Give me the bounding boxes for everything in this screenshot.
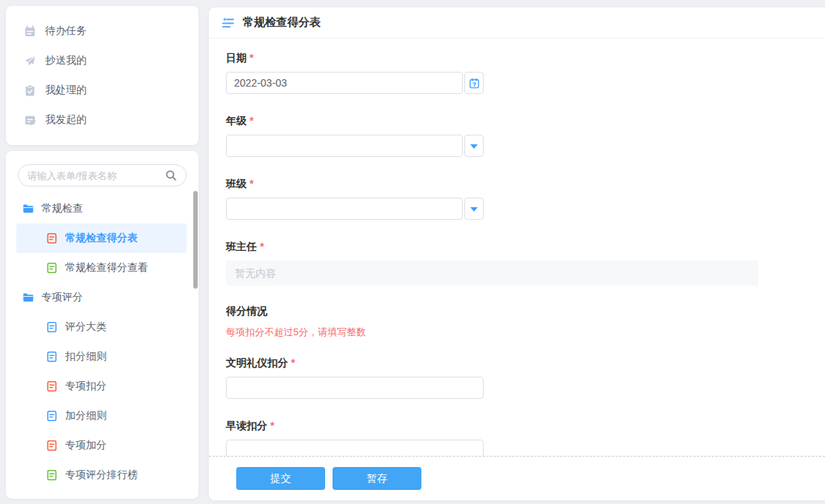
tree-item-rating-categories[interactable]: 评分大类 bbox=[16, 312, 187, 342]
save-draft-button[interactable]: 暂存 bbox=[333, 467, 421, 490]
nav-item-cc-to-me[interactable]: 抄送我的 bbox=[6, 46, 198, 75]
chevron-down-icon bbox=[470, 207, 478, 215]
grade-select-input[interactable] bbox=[226, 135, 463, 157]
folder-icon bbox=[22, 292, 34, 303]
nav-item-initiated-by-me[interactable]: 我发起的 bbox=[6, 105, 198, 135]
field-morning-reading-deduction: 早读扣分* bbox=[226, 418, 758, 456]
nav-item-todo-tasks[interactable]: 待办任务 bbox=[6, 16, 198, 46]
nav-item-handled-by-me[interactable]: 我处理的 bbox=[6, 75, 198, 105]
tree-label: 加分细则 bbox=[65, 409, 107, 423]
nav-item-label: 抄送我的 bbox=[45, 54, 87, 67]
tree-label: 评分大类 bbox=[65, 320, 107, 334]
document-icon bbox=[46, 380, 58, 392]
document-edit-icon bbox=[24, 114, 36, 127]
date-input[interactable] bbox=[226, 72, 463, 94]
document-icon bbox=[46, 321, 58, 333]
form-tree: 常规检查 常规检查得分表 常规检查得分查看 专项评分 评分大类 扣分细则 专项扣… bbox=[6, 194, 198, 490]
document-icon bbox=[46, 262, 58, 274]
document-icon bbox=[46, 232, 58, 244]
tree-item-regular-score-view[interactable]: 常规检查得分查看 bbox=[16, 253, 187, 283]
field-grade: 年级* bbox=[226, 113, 758, 157]
form-header: 常规检查得分表 bbox=[209, 7, 825, 38]
grade-label: 年级 bbox=[226, 115, 247, 127]
search-icon[interactable] bbox=[165, 169, 177, 181]
date-picker-button[interactable] bbox=[464, 72, 484, 94]
score-section-title: 得分情况 bbox=[226, 305, 758, 318]
document-icon bbox=[46, 351, 58, 363]
grade-dropdown-button[interactable] bbox=[464, 135, 484, 157]
tree-label: 专项评分 bbox=[41, 291, 83, 304]
morning-reading-deduction-input[interactable] bbox=[226, 440, 484, 456]
calendar-icon bbox=[469, 78, 480, 89]
form-tree-card: 常规检查 常规检查得分表 常规检查得分查看 专项评分 评分大类 扣分细则 专项扣… bbox=[6, 151, 198, 499]
clipboard-check-icon bbox=[24, 84, 36, 97]
sidebar-scrollbar[interactable] bbox=[193, 191, 198, 289]
tree-label: 专项加分 bbox=[65, 439, 107, 452]
tree-folder-special-rating[interactable]: 专项评分 bbox=[16, 283, 187, 312]
class-dropdown-button[interactable] bbox=[464, 198, 484, 220]
tree-item-rating-leaderboard[interactable]: 专项评分排行榜 bbox=[16, 460, 187, 490]
head-teacher-label: 班主任 bbox=[226, 241, 257, 252]
document-icon bbox=[46, 469, 58, 481]
chevron-down-icon bbox=[470, 144, 478, 152]
tree-item-regular-score-form[interactable]: 常规检查得分表 bbox=[16, 224, 187, 253]
form-search-box bbox=[18, 164, 187, 187]
workflow-nav-card: 待办任务 抄送我的 我处理的 我发起的 bbox=[6, 6, 198, 145]
score-section-hint: 每项扣分不超过5分，请填写整数 bbox=[226, 326, 758, 339]
required-marker: * bbox=[260, 241, 264, 252]
paper-plane-icon bbox=[24, 55, 36, 67]
todo-tasks-icon bbox=[24, 25, 36, 38]
required-marker: * bbox=[250, 178, 253, 189]
page-title: 常规检查得分表 bbox=[243, 16, 321, 30]
tree-label: 专项评分排行榜 bbox=[65, 468, 138, 482]
civility-deduction-input[interactable] bbox=[226, 377, 484, 399]
folder-icon bbox=[22, 203, 34, 215]
field-date: 日期* bbox=[226, 50, 758, 94]
required-marker: * bbox=[250, 115, 253, 127]
head-teacher-input bbox=[226, 261, 758, 286]
nav-item-label: 我处理的 bbox=[45, 84, 87, 97]
tree-label: 扣分细则 bbox=[65, 350, 107, 363]
required-marker: * bbox=[250, 52, 253, 64]
collapse-menu-icon[interactable] bbox=[221, 16, 236, 30]
nav-item-label: 待办任务 bbox=[45, 24, 87, 38]
class-label: 班级 bbox=[226, 178, 247, 189]
tree-item-deduction-rules[interactable]: 扣分细则 bbox=[16, 342, 187, 372]
document-icon bbox=[46, 410, 58, 422]
form-footer: 提交 暂存 bbox=[209, 456, 825, 500]
form-panel: 常规检查得分表 日期* 年级* 班级* bbox=[209, 7, 825, 500]
tree-folder-regular-inspection[interactable]: 常规检查 bbox=[16, 194, 187, 224]
form-body: 日期* 年级* 班级* bbox=[209, 38, 825, 456]
tree-label: 常规检查得分表 bbox=[65, 232, 138, 245]
class-select-input[interactable] bbox=[226, 198, 463, 220]
tree-item-bonus-rules[interactable]: 加分细则 bbox=[16, 401, 187, 431]
field-civility-deduction: 文明礼仪扣分* bbox=[226, 355, 758, 399]
field-class: 班级* bbox=[226, 176, 758, 220]
required-marker: * bbox=[270, 420, 274, 431]
civility-label: 文明礼仪扣分 bbox=[226, 357, 288, 369]
search-input[interactable] bbox=[27, 170, 165, 181]
tree-label: 常规检查得分查看 bbox=[65, 261, 148, 275]
nav-item-label: 我发起的 bbox=[45, 113, 87, 127]
tree-label: 常规检查 bbox=[41, 202, 83, 215]
submit-button[interactable]: 提交 bbox=[236, 467, 325, 490]
tree-label: 专项扣分 bbox=[65, 380, 107, 393]
tree-item-special-deduction[interactable]: 专项扣分 bbox=[16, 372, 187, 401]
morning-reading-label: 早读扣分 bbox=[226, 420, 267, 431]
field-head-teacher: 班主任* bbox=[226, 239, 758, 286]
required-marker: * bbox=[291, 357, 295, 369]
date-label: 日期 bbox=[226, 52, 247, 64]
tree-item-special-bonus[interactable]: 专项加分 bbox=[16, 431, 187, 460]
document-icon bbox=[46, 440, 58, 451]
